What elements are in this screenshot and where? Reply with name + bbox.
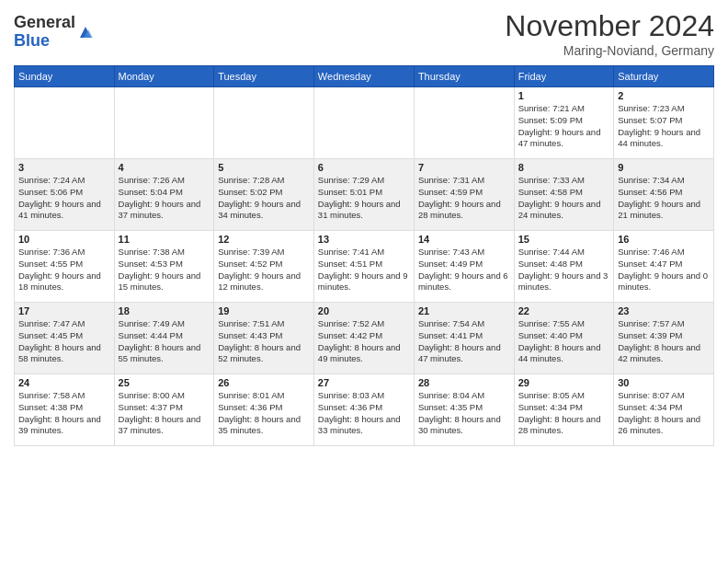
day-info: Sunrise: 7:55 AMSunset: 4:40 PMDaylight:… bbox=[518, 318, 610, 365]
day-number: 9 bbox=[618, 162, 710, 173]
day-info: Sunrise: 7:44 AMSunset: 4:48 PMDaylight:… bbox=[518, 247, 610, 293]
day-info: Sunrise: 7:46 AMSunset: 4:47 PMDaylight:… bbox=[618, 247, 710, 293]
day-number: 22 bbox=[518, 305, 610, 316]
header-wednesday: Wednesday bbox=[313, 66, 414, 87]
day-number: 18 bbox=[119, 305, 210, 316]
day-info: Sunrise: 7:23 AMSunset: 5:07 PMDaylight:… bbox=[618, 103, 710, 150]
header: General Blue November 2024 Maring-Novian… bbox=[14, 9, 714, 58]
day-info: Sunrise: 7:24 AMSunset: 5:06 PMDaylight:… bbox=[18, 175, 110, 222]
day-info: Sunrise: 7:33 AMSunset: 4:58 PMDaylight:… bbox=[518, 175, 610, 222]
day-info: Sunrise: 7:36 AMSunset: 4:55 PMDaylight:… bbox=[18, 247, 110, 293]
calendar-cell: 23Sunrise: 7:57 AMSunset: 4:39 PMDayligh… bbox=[614, 303, 714, 374]
header-monday: Monday bbox=[114, 66, 214, 87]
logo-icon bbox=[77, 24, 94, 40]
calendar-cell: 16Sunrise: 7:46 AMSunset: 4:47 PMDayligh… bbox=[614, 231, 714, 303]
header-thursday: Thursday bbox=[414, 66, 514, 87]
day-info: Sunrise: 8:01 AMSunset: 4:36 PMDaylight:… bbox=[218, 390, 310, 437]
day-number: 14 bbox=[418, 234, 510, 245]
calendar-cell: 8Sunrise: 7:33 AMSunset: 4:58 PMDaylight… bbox=[514, 159, 614, 231]
calendar-cell: 30Sunrise: 8:07 AMSunset: 4:34 PMDayligh… bbox=[614, 374, 714, 446]
day-number: 8 bbox=[518, 162, 610, 173]
day-info: Sunrise: 7:39 AMSunset: 4:52 PMDaylight:… bbox=[218, 247, 310, 293]
calendar-cell: 11Sunrise: 7:38 AMSunset: 4:53 PMDayligh… bbox=[114, 231, 214, 303]
day-number: 20 bbox=[318, 305, 410, 316]
day-number: 25 bbox=[119, 377, 210, 388]
day-info: Sunrise: 7:26 AMSunset: 5:04 PMDaylight:… bbox=[119, 175, 210, 222]
calendar-cell bbox=[15, 87, 115, 159]
calendar-cell bbox=[214, 87, 314, 159]
calendar-week-2: 3Sunrise: 7:24 AMSunset: 5:06 PMDaylight… bbox=[15, 159, 714, 231]
day-number: 15 bbox=[518, 234, 610, 245]
calendar-cell: 24Sunrise: 7:58 AMSunset: 4:38 PMDayligh… bbox=[15, 374, 115, 446]
day-number: 17 bbox=[18, 305, 110, 316]
calendar-cell: 1Sunrise: 7:21 AMSunset: 5:09 PMDaylight… bbox=[514, 87, 614, 159]
header-sunday: Sunday bbox=[15, 66, 115, 87]
calendar-cell: 21Sunrise: 7:54 AMSunset: 4:41 PMDayligh… bbox=[414, 303, 514, 374]
day-number: 13 bbox=[318, 234, 410, 245]
calendar-cell bbox=[414, 87, 514, 159]
header-friday: Friday bbox=[514, 66, 614, 87]
calendar-cell: 13Sunrise: 7:41 AMSunset: 4:51 PMDayligh… bbox=[313, 231, 414, 303]
day-number: 2 bbox=[618, 90, 710, 101]
calendar-cell: 22Sunrise: 7:55 AMSunset: 4:40 PMDayligh… bbox=[514, 303, 614, 374]
day-info: Sunrise: 7:38 AMSunset: 4:53 PMDaylight:… bbox=[119, 247, 210, 293]
day-info: Sunrise: 7:29 AMSunset: 5:01 PMDaylight:… bbox=[318, 175, 410, 222]
calendar-cell: 18Sunrise: 7:49 AMSunset: 4:44 PMDayligh… bbox=[114, 303, 214, 374]
day-number: 5 bbox=[218, 162, 310, 173]
calendar-cell: 9Sunrise: 7:34 AMSunset: 4:56 PMDaylight… bbox=[614, 159, 714, 231]
calendar-week-3: 10Sunrise: 7:36 AMSunset: 4:55 PMDayligh… bbox=[15, 231, 714, 303]
day-number: 24 bbox=[18, 377, 110, 388]
day-info: Sunrise: 7:58 AMSunset: 4:38 PMDaylight:… bbox=[18, 390, 110, 437]
day-info: Sunrise: 8:04 AMSunset: 4:35 PMDaylight:… bbox=[418, 390, 510, 437]
calendar-cell: 20Sunrise: 7:52 AMSunset: 4:42 PMDayligh… bbox=[313, 303, 414, 374]
calendar-cell: 17Sunrise: 7:47 AMSunset: 4:45 PMDayligh… bbox=[15, 303, 115, 374]
day-info: Sunrise: 7:43 AMSunset: 4:49 PMDaylight:… bbox=[418, 247, 510, 293]
calendar-cell: 12Sunrise: 7:39 AMSunset: 4:52 PMDayligh… bbox=[214, 231, 314, 303]
day-number: 12 bbox=[218, 234, 310, 245]
day-info: Sunrise: 7:21 AMSunset: 5:09 PMDaylight:… bbox=[518, 103, 610, 150]
day-number: 21 bbox=[418, 305, 510, 316]
logo-text: General Blue bbox=[14, 14, 75, 51]
title-block: November 2024 Maring-Noviand, Germany bbox=[505, 9, 714, 58]
day-number: 4 bbox=[119, 162, 210, 173]
calendar-week-1: 1Sunrise: 7:21 AMSunset: 5:09 PMDaylight… bbox=[15, 87, 714, 159]
calendar-table: Sunday Monday Tuesday Wednesday Thursday… bbox=[14, 65, 714, 446]
calendar-cell bbox=[114, 87, 214, 159]
day-number: 11 bbox=[119, 234, 210, 245]
calendar-cell: 10Sunrise: 7:36 AMSunset: 4:55 PMDayligh… bbox=[15, 231, 115, 303]
header-saturday: Saturday bbox=[614, 66, 714, 87]
day-number: 16 bbox=[618, 234, 710, 245]
day-info: Sunrise: 7:41 AMSunset: 4:51 PMDaylight:… bbox=[318, 247, 410, 293]
calendar-cell: 29Sunrise: 8:05 AMSunset: 4:34 PMDayligh… bbox=[514, 374, 614, 446]
calendar-cell: 14Sunrise: 7:43 AMSunset: 4:49 PMDayligh… bbox=[414, 231, 514, 303]
day-info: Sunrise: 8:05 AMSunset: 4:34 PMDaylight:… bbox=[518, 390, 610, 437]
header-tuesday: Tuesday bbox=[214, 66, 314, 87]
day-info: Sunrise: 8:00 AMSunset: 4:37 PMDaylight:… bbox=[119, 390, 210, 437]
day-number: 23 bbox=[618, 305, 710, 316]
calendar-cell: 26Sunrise: 8:01 AMSunset: 4:36 PMDayligh… bbox=[214, 374, 314, 446]
day-info: Sunrise: 7:57 AMSunset: 4:39 PMDaylight:… bbox=[618, 318, 710, 365]
calendar-week-4: 17Sunrise: 7:47 AMSunset: 4:45 PMDayligh… bbox=[15, 303, 714, 374]
day-number: 26 bbox=[218, 377, 310, 388]
page: General Blue November 2024 Maring-Novian… bbox=[0, 0, 728, 563]
day-info: Sunrise: 7:52 AMSunset: 4:42 PMDaylight:… bbox=[318, 318, 410, 365]
calendar-cell bbox=[313, 87, 414, 159]
day-number: 6 bbox=[318, 162, 410, 173]
day-info: Sunrise: 7:54 AMSunset: 4:41 PMDaylight:… bbox=[418, 318, 510, 365]
calendar-cell: 28Sunrise: 8:04 AMSunset: 4:35 PMDayligh… bbox=[414, 374, 514, 446]
calendar-cell: 15Sunrise: 7:44 AMSunset: 4:48 PMDayligh… bbox=[514, 231, 614, 303]
day-number: 27 bbox=[318, 377, 410, 388]
logo: General Blue bbox=[14, 14, 94, 51]
day-number: 7 bbox=[418, 162, 510, 173]
day-number: 10 bbox=[18, 234, 110, 245]
day-info: Sunrise: 7:34 AMSunset: 4:56 PMDaylight:… bbox=[618, 175, 710, 222]
day-info: Sunrise: 8:03 AMSunset: 4:36 PMDaylight:… bbox=[318, 390, 410, 437]
day-number: 1 bbox=[518, 90, 610, 101]
day-number: 19 bbox=[218, 305, 310, 316]
day-info: Sunrise: 7:47 AMSunset: 4:45 PMDaylight:… bbox=[18, 318, 110, 365]
day-info: Sunrise: 8:07 AMSunset: 4:34 PMDaylight:… bbox=[618, 390, 710, 437]
calendar-cell: 5Sunrise: 7:28 AMSunset: 5:02 PMDaylight… bbox=[214, 159, 314, 231]
day-number: 29 bbox=[518, 377, 610, 388]
day-number: 3 bbox=[18, 162, 110, 173]
calendar-week-5: 24Sunrise: 7:58 AMSunset: 4:38 PMDayligh… bbox=[15, 374, 714, 446]
